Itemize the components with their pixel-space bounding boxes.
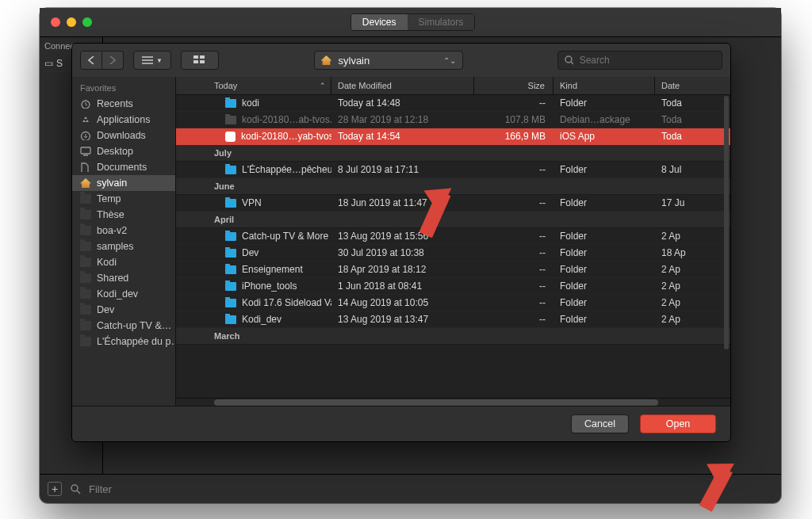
- nav-buttons[interactable]: [80, 51, 124, 70]
- tab-simulators[interactable]: Simulators: [408, 14, 475, 30]
- sidebar-item[interactable]: Temp: [72, 191, 175, 207]
- open-button[interactable]: Open: [640, 414, 716, 433]
- sidebar-item-label: Kodi_dev: [97, 288, 138, 300]
- sidebar-item-label: Downloads: [97, 130, 146, 141]
- file-name: Enseignement: [242, 264, 303, 275]
- file-row[interactable]: Dev30 Jul 2019 at 10:38--Folder18 Ap: [176, 245, 730, 261]
- file-date: 28 Mar 2019 at 12:18: [331, 114, 474, 125]
- col-name[interactable]: Today⌃: [176, 77, 331, 94]
- sidebar-item[interactable]: Kodi: [72, 254, 175, 270]
- footer: Cancel Open: [72, 406, 730, 441]
- column-headers[interactable]: Today⌃ Date Modified Size Kind Date: [176, 77, 730, 95]
- sidebar-item-label: Shared: [97, 273, 128, 284]
- sidebar-item[interactable]: samples: [72, 239, 175, 254]
- search-icon: [565, 55, 573, 65]
- sidebar-item[interactable]: Kodi_dev: [72, 286, 175, 302]
- file-size: --: [474, 231, 553, 242]
- sidebar-item[interactable]: Desktop: [72, 143, 175, 159]
- col-created[interactable]: Date: [655, 77, 730, 94]
- filter-label[interactable]: Filter: [89, 483, 112, 495]
- file-row[interactable]: Catch-up TV & More 📺13 Aug 2019 at 15:56…: [176, 228, 730, 245]
- download-icon: [80, 131, 91, 140]
- sidebar-item[interactable]: boa-v2: [72, 223, 175, 239]
- file-row[interactable]: Kodi 17.6 Sideload Vanilla14 Aug 2019 at…: [176, 295, 730, 311]
- under-sidebar-label: S: [56, 58, 63, 69]
- vertical-scrollbar[interactable]: [724, 96, 729, 349]
- file-date: 13 Aug 2019 at 15:56: [331, 231, 474, 242]
- file-row[interactable]: VPN18 Jun 2019 at 11:47--Folder17 Ju: [176, 195, 730, 212]
- file-row[interactable]: Enseignement18 Apr 2019 at 18:12--Folder…: [176, 261, 730, 278]
- minimize-icon[interactable]: [67, 17, 76, 27]
- file-size: 166,9 MB: [474, 131, 553, 142]
- file-created: 8 Jul: [655, 164, 730, 175]
- sidebar-item-label: Desktop: [97, 146, 133, 157]
- device-icon: ▭: [44, 58, 53, 69]
- file-kind: Folder: [553, 280, 655, 292]
- tab-devices[interactable]: Devices: [351, 14, 408, 30]
- sidebar-item[interactable]: L'Échappée du p…: [72, 334, 175, 349]
- folder-icon: [80, 321, 91, 330]
- zoom-icon[interactable]: [82, 17, 92, 27]
- svg-rect-4: [193, 60, 198, 63]
- search-input[interactable]: [578, 54, 715, 67]
- grid-icon: [193, 55, 206, 65]
- col-date[interactable]: Date Modified: [331, 77, 474, 94]
- svg-point-6: [565, 56, 572, 63]
- sidebar-item[interactable]: Thèse: [72, 207, 175, 223]
- file-date: 13 Aug 2019 at 13:47: [331, 314, 474, 325]
- file-kind: Folder: [553, 197, 655, 208]
- sidebar-item[interactable]: Downloads: [72, 128, 175, 143]
- chevron-updown-icon: ⌃⌄: [443, 56, 456, 65]
- scrollbar-thumb[interactable]: [214, 399, 658, 406]
- file-row[interactable]: iPhone_tools1 Jun 2018 at 08:41--Folder2…: [176, 278, 730, 295]
- group-header: July: [176, 145, 730, 162]
- file-name: kodi-20180…ab-tvos.deb: [242, 114, 331, 125]
- file-name: Dev: [242, 247, 259, 258]
- file-row[interactable]: L'Échappée…pêcheur 👁8 Jul 2019 at 17:11-…: [176, 162, 730, 178]
- sidebar-item[interactable]: Applications: [72, 112, 175, 128]
- sidebar-item[interactable]: Recents: [72, 96, 175, 112]
- forward-button[interactable]: [102, 51, 124, 70]
- document-icon: [80, 162, 91, 172]
- folder-icon: [225, 166, 236, 174]
- traffic-lights[interactable]: [51, 17, 92, 27]
- col-size[interactable]: Size: [474, 77, 553, 94]
- search-field[interactable]: [557, 51, 722, 70]
- sidebar-item-label: Catch-up TV &…: [97, 320, 171, 331]
- folder-icon: [225, 282, 236, 291]
- view-mode-button[interactable]: ▼: [133, 51, 171, 70]
- sidebar-item-label: Dev: [97, 304, 114, 315]
- folder-icon: [225, 116, 236, 124]
- col-kind[interactable]: Kind: [553, 77, 655, 94]
- file-list: Today⌃ Date Modified Size Kind Date kodi…: [176, 77, 730, 406]
- sidebar-item[interactable]: Shared: [72, 270, 175, 286]
- file-row[interactable]: kodi-20180…ab-tvos.deb28 Mar 2019 at 12:…: [176, 112, 730, 128]
- sidebar-item[interactable]: sylvain: [72, 175, 175, 191]
- path-button[interactable]: sylvain ⌃⌄: [314, 51, 463, 70]
- file-kind: Folder: [553, 314, 655, 325]
- sidebar-item-label: Documents: [97, 162, 147, 173]
- sidebar-item[interactable]: Dev: [72, 302, 175, 318]
- segmented-control[interactable]: Devices Simulators: [350, 13, 475, 31]
- file-row[interactable]: kodiToday at 14:48--FolderToda: [176, 95, 730, 112]
- file-name: Kodi 17.6 Sideload Vanilla: [242, 297, 331, 308]
- back-button[interactable]: [80, 51, 102, 70]
- file-created: 2 Ap: [655, 264, 730, 275]
- file-row[interactable]: Kodi_dev13 Aug 2019 at 13:47--Folder2 Ap: [176, 311, 730, 328]
- file-created: Toda: [655, 114, 730, 125]
- close-icon[interactable]: [51, 17, 60, 27]
- sidebar-item[interactable]: Documents: [72, 159, 175, 175]
- file-size: --: [474, 297, 553, 308]
- add-button[interactable]: +: [48, 482, 62, 496]
- toolbar: ▼ sylvain ⌃⌄: [72, 44, 730, 78]
- group-button[interactable]: [181, 51, 219, 70]
- sidebar-item-label: L'Échappée du p…: [97, 336, 175, 347]
- file-row[interactable]: kodi-20180…yab-tvos.ipaToday at 14:54166…: [176, 128, 730, 145]
- cancel-button[interactable]: Cancel: [571, 414, 629, 433]
- sidebar-item[interactable]: Catch-up TV &…: [72, 318, 175, 334]
- sidebar-item-label: Thèse: [97, 209, 124, 220]
- file-size: 107,8 MB: [474, 114, 553, 125]
- folder-icon: [80, 305, 91, 315]
- group-header: April: [176, 212, 730, 228]
- apps-icon: [80, 115, 91, 124]
